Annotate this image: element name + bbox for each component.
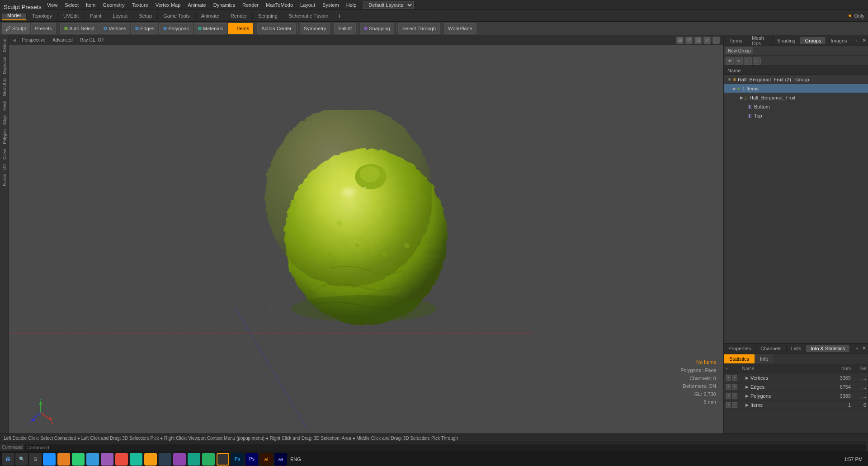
taskbar-app-ps1[interactable]: Ps (231, 453, 244, 466)
gs-btn-4[interactable]: □ (753, 57, 761, 65)
sidebar-duplicate[interactable]: Duplicate (1, 55, 8, 76)
menu-help[interactable]: Help (343, 1, 360, 9)
tree-item-top[interactable]: ◧ Top (724, 111, 868, 120)
groups-new-group-btn[interactable]: New Group (726, 47, 753, 54)
polygons-button[interactable]: Polygons (159, 23, 193, 34)
presets-button[interactable]: Presets (31, 23, 56, 34)
auto-select-button[interactable]: Auto Select (60, 23, 99, 34)
workplane-button[interactable]: WorkPlane (444, 23, 476, 34)
menu-item[interactable]: Item (82, 1, 99, 9)
viewport-nav-prev[interactable]: ◀ (13, 38, 16, 42)
taskbar-app-1[interactable] (43, 453, 56, 466)
rtab-images[interactable]: Images (826, 37, 852, 44)
taskbar-search[interactable]: 🔍 (15, 453, 28, 466)
tree-item-mesh1[interactable]: ▶ △ Half_Bergamot_Fruit (724, 93, 868, 102)
viewport-canvas[interactable]: No Items Polygons : Face Channels: 0 Def… (9, 45, 723, 433)
taskbar-app-ai[interactable]: Ai (260, 453, 273, 466)
viewport-icon-4[interactable]: ⤢ (703, 37, 711, 44)
sidebar-edge[interactable]: Edge (1, 113, 8, 127)
items-button[interactable]: Items (228, 23, 253, 34)
viewport-icon-2[interactable]: ↺ (685, 37, 693, 44)
stats-arrow-items[interactable]: ▶ (745, 403, 749, 407)
sculpt-button[interactable]: 🖊 Sculpt (2, 23, 30, 34)
taskbar-app-7[interactable] (130, 453, 142, 466)
vertices-button[interactable]: Vertices (99, 23, 130, 34)
taskbar-modo-app[interactable] (217, 453, 229, 466)
menu-animate[interactable]: Animate (184, 1, 209, 9)
gs-btn-3[interactable]: □ (744, 57, 752, 65)
taskbar-start[interactable]: ⊞ (2, 453, 14, 466)
stats-minus-polygons[interactable]: − (732, 393, 737, 399)
taskbar-app-11[interactable] (188, 453, 200, 466)
layout-dropdown[interactable]: Default Layouts (363, 1, 414, 9)
taskbar-app-10[interactable] (173, 453, 186, 466)
stats-plus-vertices[interactable]: + (726, 375, 731, 381)
taskbar-app-ps2[interactable]: Ps (245, 453, 258, 466)
viewport-icon-3[interactable]: ⊡ (694, 37, 702, 44)
btab-lists[interactable]: Lists (787, 345, 807, 352)
taskbar-app-9[interactable] (159, 453, 171, 466)
viewport-advanced[interactable]: Advanced (51, 37, 74, 43)
tab-add-button[interactable]: + (334, 11, 345, 21)
sidebar-mesh[interactable]: Mesh (1, 99, 8, 113)
stats-minus-icon[interactable]: − (729, 367, 731, 371)
sidebar-polygon[interactable]: Polygon (1, 127, 8, 146)
tab-paint[interactable]: Paint (85, 12, 107, 20)
tab-animate[interactable]: Animate (196, 12, 225, 20)
menu-dynamics[interactable]: Dynamics (210, 1, 239, 9)
rtab-shading[interactable]: Shading (773, 37, 800, 44)
taskbar-app-8[interactable] (144, 453, 157, 466)
taskbar-app-4[interactable] (86, 453, 99, 466)
menu-render[interactable]: Render (239, 1, 262, 9)
viewport-ray-gl[interactable]: Ray GL: Off (78, 37, 106, 43)
tab-setup[interactable]: Setup (133, 12, 158, 20)
menu-maxtomodo[interactable]: MaxToModo (262, 1, 297, 9)
tab-schematic-fusion[interactable]: Schematic Fusion (283, 12, 334, 20)
tab-layout[interactable]: Layout (107, 12, 133, 20)
rtab-groups[interactable]: Groups (800, 37, 826, 44)
taskbar-task-view[interactable]: ⊡ (29, 453, 42, 466)
viewport[interactable]: ◀ Perspective Advanced Ray GL: Off ⊞ ↺ ⊡… (9, 35, 723, 433)
btab-close[interactable]: ✕ (860, 344, 868, 352)
btab-channels[interactable]: Channels (756, 345, 786, 352)
stats-add-icon[interactable]: + (726, 367, 728, 371)
btab-info-statistics[interactable]: Info & Statistics (806, 345, 850, 352)
tab-uvedit[interactable]: UVEdit (58, 12, 85, 20)
sidebar-curve[interactable]: Curve (1, 147, 8, 161)
command-input[interactable] (24, 444, 866, 451)
tree-item-group[interactable]: ▼ ⊞ Half_Bergamot_Fruit (2) : Group (724, 75, 868, 84)
rtab-close[interactable]: ✕ (860, 37, 868, 44)
sidebar-mesh-edit[interactable]: Mesh Edit (1, 76, 8, 98)
taskbar-app-12[interactable] (202, 453, 215, 466)
symmetry-button[interactable]: Symmetry (300, 23, 330, 34)
select-through-button[interactable]: Select Through (398, 23, 440, 34)
tab-scripting[interactable]: Scripting (253, 12, 283, 20)
snapping-button[interactable]: Snapping (360, 23, 394, 34)
menu-system[interactable]: System (319, 1, 343, 9)
taskbar-app-3[interactable] (72, 453, 85, 466)
stats-arrow-vertices[interactable]: ▶ (745, 376, 749, 380)
stats-minus-items[interactable]: − (732, 402, 737, 408)
action-center-button[interactable]: Action Center (257, 23, 296, 34)
sidebar-uv[interactable]: UV (1, 162, 8, 172)
viewport-icon-1[interactable]: ⊞ (676, 37, 684, 44)
rtab-items[interactable]: Items (726, 37, 747, 44)
tree-item-items[interactable]: ▶ ◈ 1 Items (724, 84, 868, 93)
stats-arrow-polygons[interactable]: ▶ (745, 394, 749, 398)
tab-render[interactable]: Render (225, 12, 253, 20)
menu-texture[interactable]: Texture (128, 1, 152, 9)
viewport-perspective[interactable]: Perspective (20, 37, 47, 43)
tree-item-bottom[interactable]: ◧ Bottom (724, 102, 868, 111)
taskbar-app-2[interactable] (57, 453, 70, 466)
sidebar-deform[interactable]: Deform (1, 37, 8, 54)
taskbar-app-6[interactable] (115, 453, 128, 466)
stats-plus-polygons[interactable]: + (726, 393, 731, 399)
menu-geometry[interactable]: Geometry (99, 1, 128, 9)
taskbar-app-5[interactable] (101, 453, 113, 466)
stats-plus-items[interactable]: + (726, 402, 731, 408)
btab-add[interactable]: + (854, 345, 860, 352)
taskbar-app-ae[interactable]: Ae (274, 453, 287, 466)
rtab-mesh-ops[interactable]: Mesh Ops (747, 34, 773, 47)
menu-layout[interactable]: Layout (297, 1, 319, 9)
materials-button[interactable]: Materials (194, 23, 227, 34)
